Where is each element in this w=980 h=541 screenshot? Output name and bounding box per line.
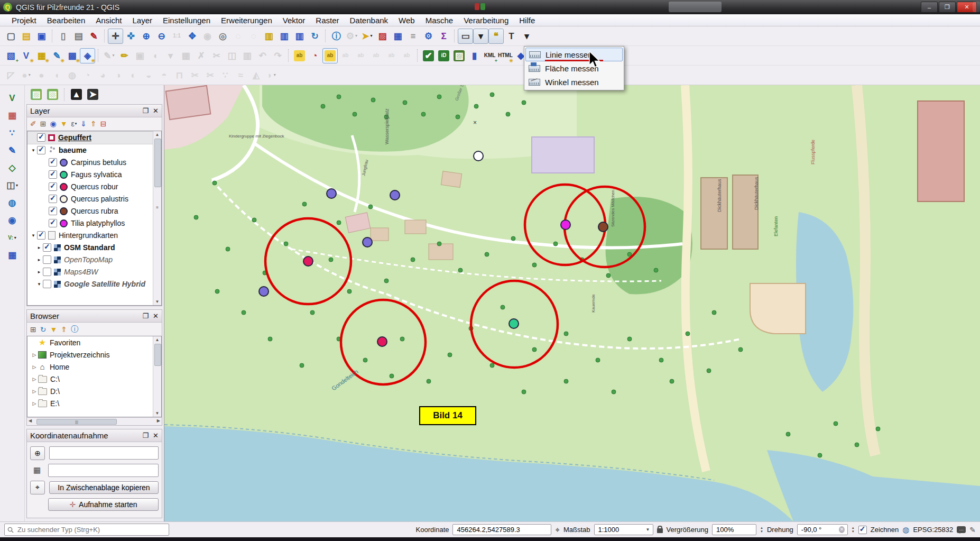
visibility-checkbox[interactable] (49, 158, 57, 167)
add-vector-layer-icon[interactable]: V✳ (19, 48, 34, 63)
menu-verarbeitung[interactable]: Verarbeitung (458, 16, 514, 25)
close-panel-icon[interactable]: ✕ (153, 312, 159, 320)
layer-item-fagus-sylvatica[interactable]: Fagus sylvatica (27, 169, 161, 181)
export-kml-icon[interactable]: KML+ (482, 48, 497, 63)
layer-item-hintergrundkarten[interactable]: ▾Hintergrundkarten (27, 230, 161, 242)
log-icon[interactable]: ✎ (969, 526, 976, 534)
add-virtual-layer-icon[interactable]: ◈✳ (80, 48, 95, 63)
show-bookmarks-icon[interactable]: ▥ (276, 29, 292, 44)
refresh-map-icon[interactable]: ↻ (307, 29, 322, 44)
layer-label-single-icon[interactable]: ab (322, 48, 338, 63)
visibility-checkbox[interactable] (49, 195, 57, 203)
scale-combobox[interactable]: ▼ (594, 524, 653, 535)
statistics-summary-icon[interactable]: Σ (436, 29, 451, 44)
browser-item-projektverzeichnis[interactable]: ▷Projektverzeichnis (27, 349, 161, 361)
menu-item-winkel-messen[interactable]: Winkel messen (525, 75, 623, 89)
screen-capture-icon[interactable]: ➤ (85, 87, 100, 102)
plugin-green-select-icon[interactable]: ✔ (421, 48, 436, 63)
osm-place-search-icon[interactable]: ▨ (29, 87, 44, 102)
layer-item-quercus-palustris[interactable]: Quercus palustris (27, 193, 161, 205)
filter-legend-icon[interactable]: ▼ (60, 120, 68, 128)
save-project-icon[interactable]: ▣ (34, 29, 49, 44)
lock-scale-icon[interactable] (657, 528, 663, 533)
vector-v-tool-icon[interactable]: V (5, 90, 20, 106)
visibility-checkbox[interactable] (43, 255, 51, 264)
datasource-manager-icon[interactable]: ▧+ (3, 48, 19, 63)
restore-button[interactable]: ❐ (939, 2, 956, 13)
visibility-checkbox[interactable] (49, 182, 57, 191)
scroll-down-icon[interactable]: ▼ (153, 298, 161, 305)
chevron-down-icon[interactable]: ▾ (14, 236, 16, 240)
menu-projekt[interactable]: Projekt (6, 16, 42, 25)
coordinate-capture-field-1[interactable] (49, 446, 159, 460)
layer-item-google-satellite-hybrid[interactable]: ▾Google Satellite Hybrid (27, 278, 161, 290)
browser-item-c[interactable]: ▷C:\ (27, 373, 161, 385)
measure-dropdown-icon[interactable]: ▾ (473, 29, 488, 44)
layer-item-baeume[interactable]: ▾baeume (27, 144, 161, 157)
expander-icon[interactable]: ▸ (35, 257, 43, 262)
layer-item-opentopomap[interactable]: ▸OpenTopoMap (27, 254, 161, 266)
zoom-in-icon[interactable]: ⊕ (138, 29, 154, 44)
layer-item-quercus-robur[interactable]: Quercus robur (27, 181, 161, 193)
expander-icon[interactable]: ▷ (31, 401, 38, 406)
color-grid-tool-icon[interactable]: ▦ (5, 108, 20, 123)
visibility-checkbox[interactable] (49, 207, 57, 215)
render-checkbox[interactable] (858, 526, 867, 534)
open-project-icon[interactable]: ▤ (19, 29, 34, 44)
chevron-down-icon[interactable]: ▾ (371, 34, 373, 38)
expander-icon[interactable]: ▷ (31, 389, 38, 394)
scroll-down-icon[interactable]: ▼ (153, 410, 161, 417)
mouse-tracking-icon[interactable]: ⌖ (555, 525, 559, 535)
cube-layers-tool-icon[interactable]: ◫▾ (5, 178, 20, 193)
menu-vektor[interactable]: Vektor (278, 16, 311, 25)
osm-editor-icon[interactable]: ▧ (45, 87, 60, 102)
menu-raster[interactable]: Raster (310, 16, 344, 25)
visibility-checkbox[interactable] (37, 146, 45, 154)
style-manager-icon[interactable]: ✎ (86, 29, 101, 44)
locator-search[interactable] (4, 524, 169, 536)
globe-tool-icon[interactable]: ◍ (5, 195, 20, 210)
add-mesh-layer-icon[interactable]: ▩✳ (64, 48, 80, 63)
close-panel-icon[interactable]: ✕ (153, 107, 159, 115)
search-input[interactable] (16, 525, 166, 534)
chevron-down-icon[interactable]: ▼ (646, 527, 650, 532)
expander-icon[interactable]: ▷ (31, 364, 38, 370)
sphere-tool-icon[interactable]: ◉ (5, 213, 20, 228)
magnifier-input[interactable] (715, 525, 753, 534)
measure-line-icon[interactable]: ▭ (458, 29, 473, 44)
properties-icon[interactable]: ⓘ (71, 325, 78, 334)
layer-item-maps4bw[interactable]: ▸Maps4BW (27, 266, 161, 278)
add-group-icon[interactable]: ⊞ (40, 120, 47, 128)
coordinate-capture-field-2[interactable] (48, 464, 159, 477)
map-canvas[interactable]: Großer SpielplatzWasserspielplatzKinderg… (164, 85, 980, 521)
filter-browser-icon[interactable]: ▼ (50, 325, 57, 334)
expander-icon[interactable]: ▾ (30, 148, 37, 153)
copy-to-clipboard-button[interactable]: In Zwischenablage kopieren (49, 481, 159, 494)
annotation-dropdown-icon[interactable]: ▾ (519, 29, 534, 44)
zoom-out-icon[interactable]: ⊖ (154, 29, 169, 44)
new-project-icon[interactable]: ▢ (3, 29, 19, 44)
visibility-checkbox[interactable] (43, 280, 51, 288)
field-calculator-icon[interactable]: ≡ (405, 29, 421, 44)
scroll-up-icon[interactable]: ▲ (153, 336, 161, 343)
chevron-down-icon[interactable]: ▾ (355, 34, 357, 38)
start-capture-button[interactable]: ✛ Aufnahme starten (48, 498, 159, 511)
menu-bearbeiten[interactable]: Bearbeiten (42, 16, 91, 25)
menu-hilfe[interactable]: Hilfe (514, 16, 540, 25)
layer-labeling-icon[interactable]: ab (292, 48, 307, 63)
polygon-tool-icon[interactable]: ◇ (5, 160, 20, 176)
zoom-to-layer-icon[interactable]: ◎ (215, 29, 230, 44)
browser-item-favoriten[interactable]: ★Favoriten (27, 336, 161, 349)
expand-all-icon[interactable]: ⇓ (80, 120, 87, 128)
menu-einstellungen[interactable]: Einstellungen (158, 16, 216, 25)
plugin-id-tool-icon[interactable]: iD (436, 48, 451, 63)
expander-icon[interactable]: ▾ (30, 233, 37, 238)
minimize-button[interactable]: – (921, 2, 938, 13)
rotation-input[interactable] (800, 525, 839, 534)
identify-features-icon[interactable]: ⓘ (329, 29, 344, 44)
messages-icon[interactable]: … (957, 526, 966, 533)
browser-scrollbar[interactable]: ▲▼ (153, 336, 161, 416)
chevron-down-icon[interactable]: ▾ (113, 53, 115, 58)
deselect-features-icon[interactable]: ▨ (375, 29, 390, 44)
menu-layer[interactable]: Layer (127, 16, 158, 25)
